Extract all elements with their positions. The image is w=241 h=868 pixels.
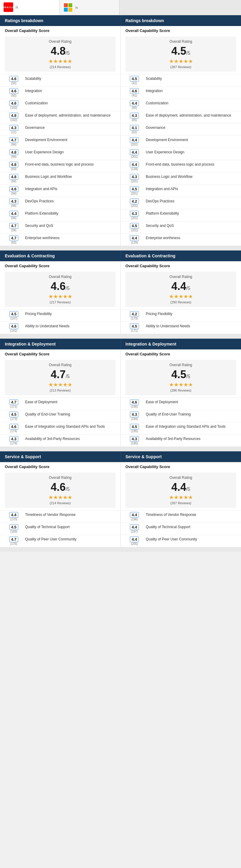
- item-rating-left-overall-capability-8-col0: 4.8(94): [5, 174, 23, 183]
- item-cell-overall-capability-4-col1: 4.1(62)Governance: [120, 123, 241, 135]
- item-label-integration-deployment-1-col1: Quality of End-User Training: [143, 411, 236, 416]
- overall-box-integration-deployment-col0: Overall Rating4.7/5★★★★★(213 Reviews): [0, 358, 120, 398]
- item-cell-service-support-0-col1: 4.4(196)Timeliness of Vendor Response: [120, 510, 241, 523]
- item-rating-count-integration-deployment-0-col0: (171): [5, 405, 23, 408]
- item-rating-left-overall-capability-5-col1: 4.4(201): [126, 137, 143, 146]
- item-rating-count-integration-deployment-3-col0: (174): [5, 442, 23, 445]
- item-label-evaluation-contracting-0-col1: Pricing Flexibility: [143, 311, 236, 316]
- item-label-evaluation-contracting-1-col1: Ability to Understand Needs: [143, 323, 236, 328]
- tab-microsoft[interactable]: /s: [60, 0, 119, 15]
- section-header-row-service-support: Service & SupportService & Support: [0, 451, 241, 462]
- item-rating-left-integration-deployment-1-col1: 4.3(194): [126, 411, 143, 421]
- oracle-logo: ORACLE: [4, 2, 13, 12]
- item-rating-count-service-support-0-col1: (196): [126, 518, 143, 521]
- overall-label-integration-deployment-col0: Overall Rating: [8, 363, 112, 367]
- item-rating-count-overall-capability-1-col0: (92): [5, 94, 23, 97]
- item-rating-left-overall-capability-13-col1: 4.4(139): [126, 235, 143, 244]
- section-header-evaluation-contracting-col1: Evaluation & Contracting: [120, 250, 241, 261]
- item-label-service-support-0-col1: Timeliness of Vendor Response: [143, 512, 236, 517]
- overall-inner-integration-deployment-col1: Overall Rating4.5/5★★★★★(286 Reviews): [126, 360, 236, 395]
- tab-oracle[interactable]: ORACLE /s: [0, 0, 60, 15]
- item-rating-count-service-support-0-col0: (170): [5, 518, 23, 521]
- item-rating-num-overall-capability-2-col1: 4.4: [130, 100, 139, 106]
- item-label-overall-capability-9-col0: Integration and APIs: [23, 186, 115, 191]
- review-count-evaluation-contracting-col0: (217 Reviews): [8, 300, 112, 304]
- item-cell-overall-capability-2-col1: 4.4(86)Customization: [120, 99, 241, 111]
- item-rating-left-service-support-0-col1: 4.4(196): [126, 512, 143, 521]
- stars-overall-capability-col1: ★★★★★: [129, 58, 233, 65]
- item-rating-left-integration-deployment-0-col1: 4.6(196): [126, 399, 143, 408]
- item-rating-num-overall-capability-0-col0: 4.6: [9, 76, 18, 82]
- item-rating-num-overall-capability-9-col0: 4.6: [9, 186, 18, 192]
- item-label-integration-deployment-2-col1: Ease of Integration using Standard APIs …: [143, 424, 236, 429]
- item-rating-count-overall-capability-5-col1: (201): [126, 143, 143, 146]
- item-cell-overall-capability-9-col0: 4.6(94)Integration and APIs: [0, 184, 120, 197]
- overall-box-integration-deployment-col1: Overall Rating4.5/5★★★★★(286 Reviews): [120, 358, 241, 398]
- review-count-integration-deployment-col0: (213 Reviews): [8, 389, 112, 392]
- item-rating-left-service-support-1-col1: 4.4(197): [126, 524, 143, 533]
- subsection-label-row-service-support: Overall Capability ScoreOverall Capabili…: [0, 462, 241, 470]
- item-rating-left-overall-capability-3-col1: 4.3(85): [126, 113, 143, 122]
- big-rating-integration-deployment-col1: 4.5/5: [129, 368, 233, 381]
- item-rating-num-integration-deployment-0-col0: 4.7: [9, 399, 18, 405]
- item-label-overall-capability-2-col1: Customization: [143, 100, 236, 105]
- section-header-row-integration-deployment: Integration & DeploymentIntegration & De…: [0, 339, 241, 349]
- item-rating-left-overall-capability-1-col0: 4.6(92): [5, 88, 23, 97]
- item-rating-num-evaluation-contracting-0-col0: 4.5: [9, 311, 18, 317]
- subsection-label-integration-deployment-col1: Overall Capability Score: [120, 349, 241, 358]
- overall-rating-row-overall-capability: Overall Rating4.8/5★★★★★(214 Reviews)Ove…: [0, 34, 241, 74]
- tab-microsoft-close[interactable]: [113, 7, 115, 8]
- item-label-evaluation-contracting-1-col0: Ability to Understand Needs: [23, 323, 115, 328]
- item-rating-num-overall-capability-1-col1: 4.6: [130, 88, 139, 94]
- subsection-label-row-integration-deployment: Overall Capability ScoreOverall Capabili…: [0, 349, 241, 358]
- item-rating-num-service-support-1-col0: 4.5: [9, 524, 18, 530]
- item-rating-count-overall-capability-7-col0: (83): [5, 167, 23, 171]
- item-label-overall-capability-11-col0: Platform Extensibility: [23, 211, 115, 216]
- section-spacer-integration-deployment: [0, 446, 241, 451]
- item-row-service-support-1: 4.5(169)Quality of Technical Support4.4(…: [0, 523, 241, 535]
- overall-label-evaluation-contracting-col1: Overall Rating: [129, 275, 233, 279]
- overall-box-overall-capability-col1: Overall Rating4.5/5★★★★★(287 Reviews): [120, 34, 241, 74]
- item-label-overall-capability-6-col1: User Experience Design: [143, 150, 236, 154]
- item-rating-count-overall-capability-12-col1: (201): [126, 229, 143, 232]
- overall-inner-evaluation-contracting-col1: Overall Rating4.4/5★★★★★(290 Reviews): [126, 272, 236, 307]
- item-rating-num-overall-capability-6-col0: 4.8: [9, 150, 18, 155]
- item-rating-left-overall-capability-7-col1: 4.4(139): [126, 162, 143, 171]
- big-rating-evaluation-contracting-col1: 4.4/5: [129, 280, 233, 292]
- tab-oracle-close[interactable]: [54, 7, 56, 8]
- item-rating-num-overall-capability-7-col1: 4.4: [130, 162, 139, 167]
- item-row-overall-capability-1: 4.6(92)Integration4.6(41)Integration: [0, 86, 241, 99]
- item-cell-integration-deployment-1-col1: 4.3(194)Quality of End-User Training: [120, 410, 241, 422]
- stars-integration-deployment-col0: ★★★★★: [8, 381, 112, 388]
- section-header-row-overall-capability: Ratings breakdownRatings breakdown: [0, 15, 241, 26]
- tabs-bar: ORACLE /s /s: [0, 0, 241, 15]
- item-cell-service-support-2-col0: 4.7(176)Quality of Peer User Community: [0, 535, 120, 547]
- item-rating-num-overall-capability-5-col1: 4.4: [130, 137, 139, 143]
- item-rating-count-overall-capability-11-col1: (201): [126, 216, 143, 220]
- item-rating-left-overall-capability-9-col0: 4.6(94): [5, 186, 23, 195]
- item-cell-evaluation-contracting-0-col1: 4.2(179)Pricing Flexibility: [120, 309, 241, 321]
- item-rating-count-overall-capability-5-col0: (94): [5, 143, 23, 146]
- subsection-label-overall-capability-col1: Overall Capability Score: [120, 26, 241, 34]
- item-rating-count-service-support-2-col0: (176): [5, 542, 23, 546]
- overall-inner-service-support-col0: Overall Rating4.6/5★★★★★(214 Reviews): [5, 472, 115, 508]
- item-rating-num-integration-deployment-3-col1: 4.3: [130, 436, 139, 442]
- item-cell-integration-deployment-3-col1: 4.3(195)Availability of 3rd-Party Resour…: [120, 434, 241, 446]
- item-rating-num-overall-capability-4-col1: 4.1: [130, 125, 139, 131]
- review-count-overall-capability-col1: (287 Reviews): [129, 65, 233, 69]
- item-label-evaluation-contracting-0-col0: Pricing Flexibility: [23, 311, 115, 316]
- item-row-service-support-0: 4.4(170)Timeliness of Vendor Response4.4…: [0, 510, 241, 523]
- item-rating-left-overall-capability-11-col0: 4.4(94): [5, 211, 23, 220]
- item-cell-overall-capability-5-col0: 4.7(94)Development Environment: [0, 135, 120, 148]
- item-cell-evaluation-contracting-1-col0: 4.6(141)Ability to Understand Needs: [0, 321, 120, 334]
- item-cell-service-support-1-col1: 4.4(197)Quality of Technical Support: [120, 523, 241, 535]
- item-rating-left-overall-capability-12-col1: 4.5(201): [126, 223, 143, 232]
- item-row-overall-capability-0: 4.6(92)Scalability4.5(41)Scalability: [0, 74, 241, 86]
- item-cell-service-support-2-col1: 4.4(205)Quality of Peer User Community: [120, 535, 241, 547]
- item-rating-left-service-support-1-col0: 4.5(169): [5, 524, 23, 533]
- item-rating-num-overall-capability-5-col0: 4.7: [9, 137, 18, 143]
- item-cell-overall-capability-0-col1: 4.5(41)Scalability: [120, 74, 241, 86]
- item-row-evaluation-contracting-0: 4.5(147)Pricing Flexibility4.2(179)Prici…: [0, 309, 241, 321]
- overall-inner-integration-deployment-col0: Overall Rating4.7/5★★★★★(213 Reviews): [5, 360, 115, 395]
- item-rating-num-integration-deployment-0-col1: 4.6: [130, 399, 139, 405]
